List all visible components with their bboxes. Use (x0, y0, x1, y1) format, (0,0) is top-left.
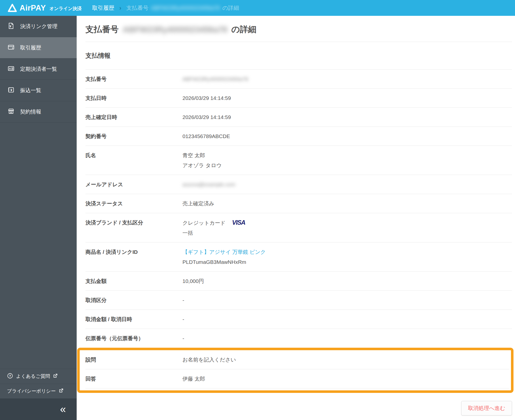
privacy-policy-link-label: プライバシーポリシー (7, 388, 56, 394)
faq-link-label: よくあるご質問 (16, 373, 50, 380)
table-row-sales-confirmed-datetime: 売上確定日時 2026/03/29 14:14:59 (85, 108, 512, 127)
row-value: - (182, 297, 512, 303)
table-row-contract-number: 契約番号 0123456789ABCDE (85, 127, 512, 146)
row-value: アオゾラ タロウ (182, 162, 512, 168)
table-row-email: メールアドレス aozora@example.com (85, 175, 512, 194)
page-title: 支払番号 ABFW23Ry4000023456a78 の詳細 (85, 16, 512, 42)
row-value: 10,000円 (182, 278, 512, 284)
table-row-payment-datetime: 支払日時 2026/03/29 14:14:59 (85, 89, 512, 108)
question-answer-highlight-box: 設問 お名前を記入ください 回答 伊藤 太郎 (77, 348, 513, 393)
row-value-redacted: aozora@example.com (182, 181, 512, 188)
svg-text:¥: ¥ (10, 88, 12, 92)
row-label: 売上確定日時 (85, 114, 182, 120)
id-card-icon (8, 65, 15, 73)
row-label: 回答 (85, 376, 182, 382)
breadcrumb-current-prefix: 支払番号 (126, 4, 149, 12)
svg-text:¥: ¥ (10, 25, 11, 28)
sidebar-item-contract-info[interactable]: 契約情報 (0, 101, 77, 123)
card-icon (8, 44, 15, 52)
privacy-policy-link[interactable]: プライバシーポリシー (0, 384, 77, 398)
row-label: 決済ステータス (85, 200, 182, 207)
table-row-cancel-type: 取消区分 - (85, 291, 512, 310)
sidebar-item-recurring-payers[interactable]: 定期決済者一覧 (0, 58, 77, 80)
row-value: 0123456789ABCDE (182, 133, 512, 139)
table-row-cancel-amount: 取消金額 / 取消日時 - (85, 310, 512, 329)
sidebar-footer: ? よくあるご質問 プライバシーポリシー « (0, 369, 77, 420)
row-value-redacted: ABFW23Ry4000023456a78 (182, 76, 512, 82)
table-row-product-name: 商品名 / 決済リンクID 【ギフト】アジサイ 万華鏡 ピンク PLDTumaG… (85, 243, 512, 272)
page-title-redacted-number: ABFW23Ry4000023456a78 (123, 25, 227, 34)
table-row-payment-status: 決済ステータス 売上確定済み (85, 194, 512, 213)
faq-link[interactable]: ? よくあるご質問 (0, 369, 77, 384)
row-value: 一括 (182, 230, 512, 236)
sidebar-collapse-button[interactable]: « (0, 398, 77, 420)
row-value: クレジットカード (182, 220, 225, 226)
row-label: 氏名 (85, 152, 182, 158)
table-row-name: 氏名 青空 太郎 アオゾラ タロウ (85, 146, 512, 175)
external-link-icon (53, 374, 58, 379)
brand-name: AirPAY (20, 4, 46, 13)
action-button-row: 取消処理へ進む (85, 401, 512, 415)
product-link[interactable]: 【ギフト】アジサイ 万華鏡 ピンク (182, 249, 512, 255)
section-heading: 支払情報 (85, 42, 512, 60)
airpay-triangle-icon (8, 4, 17, 13)
row-value: 伊藤 太郎 (182, 376, 509, 382)
sidebar-item-label: 決済リンク管理 (20, 23, 57, 30)
breadcrumb-separator-icon: › (119, 5, 121, 12)
payment-link-id: PLDTumaGB3MawNHxRm (182, 259, 512, 265)
brand-subtitle: オンライン決済 (50, 6, 82, 12)
payment-link-icon: ¥ (8, 22, 15, 31)
row-value: 青空 太郎 (182, 152, 512, 158)
table-row-question: 設問 お名前を記入ください (85, 350, 509, 369)
external-link-icon (59, 388, 63, 394)
question-icon: ? (7, 373, 13, 380)
page-title-suffix: の詳細 (231, 24, 256, 35)
svg-text:?: ? (9, 374, 11, 378)
airpay-logo[interactable]: AirPAY オンライン決済 (0, 4, 82, 13)
row-label: 契約番号 (85, 133, 182, 139)
row-value: お名前を記入ください (182, 356, 509, 363)
row-label: 伝票番号（元伝票番号） (85, 335, 182, 341)
row-value: - (182, 316, 512, 322)
row-label: 商品名 / 決済リンクID (85, 249, 182, 255)
row-label: 設問 (85, 356, 182, 363)
breadcrumb-redacted-number: ABFW23Ry4000023456a78 (151, 5, 220, 11)
row-label: 支払番号 (85, 76, 182, 82)
sidebar-item-label: 定期決済者一覧 (20, 66, 57, 73)
store-icon (8, 108, 15, 116)
row-label: 決済ブランド / 支払区分 (85, 219, 182, 226)
table-row-answer: 回答 伊藤 太郎 (85, 369, 509, 388)
app-header: AirPAY オンライン決済 取引履歴 › 支払番号 ABFW23Ry40000… (0, 0, 515, 16)
sidebar-item-payment-links[interactable]: ¥ 決済リンク管理 (0, 16, 77, 37)
table-row-payment-brand: 決済ブランド / 支払区分 クレジットカード VISA 一括 (85, 213, 512, 243)
visa-logo: VISA (232, 219, 245, 226)
collapse-chevrons-icon: « (60, 404, 65, 414)
row-value: 売上確定済み (182, 200, 512, 207)
row-label: 支払金額 (85, 278, 182, 284)
row-label: 支払日時 (85, 95, 182, 101)
main-content: 支払番号 ABFW23Ry4000023456a78 の詳細 支払情報 支払番号… (77, 16, 515, 420)
sidebar-item-label: 契約情報 (20, 108, 41, 115)
sidebar-item-transaction-history[interactable]: 取引履歴 (0, 37, 77, 58)
table-row-payment-number: 支払番号 ABFW23Ry4000023456a78 (85, 70, 512, 89)
sidebar: ¥ 決済リンク管理 取引履歴 定期決済者一覧 (0, 16, 77, 420)
table-row-payment-amount: 支払金額 10,000円 (85, 272, 512, 291)
row-label: メールアドレス (85, 181, 182, 188)
page-title-prefix: 支払番号 (85, 24, 119, 35)
row-label: 取消金額 / 取消日時 (85, 316, 182, 322)
row-value: - (182, 335, 512, 341)
row-value: 2026/03/29 14:14:59 (182, 114, 512, 120)
payment-detail-table: 支払番号 ABFW23Ry4000023456a78 支払日時 2026/03/… (85, 69, 512, 393)
sidebar-item-transfers[interactable]: ¥ 振込一覧 (0, 80, 77, 101)
breadcrumb-parent-link[interactable]: 取引履歴 (92, 4, 114, 12)
row-label: 取消区分 (85, 297, 182, 303)
proceed-to-cancel-button[interactable]: 取消処理へ進む (461, 401, 512, 415)
breadcrumb-current-suffix: の詳細 (222, 4, 239, 12)
banknote-icon: ¥ (8, 86, 15, 95)
row-value: 2026/03/29 14:14:59 (182, 95, 512, 101)
table-row-slip-number: 伝票番号（元伝票番号） - (85, 329, 512, 348)
sidebar-item-label: 取引履歴 (20, 44, 41, 51)
sidebar-item-label: 振込一覧 (20, 87, 41, 94)
breadcrumb: 取引履歴 › 支払番号 ABFW23Ry4000023456a78 の詳細 (92, 4, 239, 12)
